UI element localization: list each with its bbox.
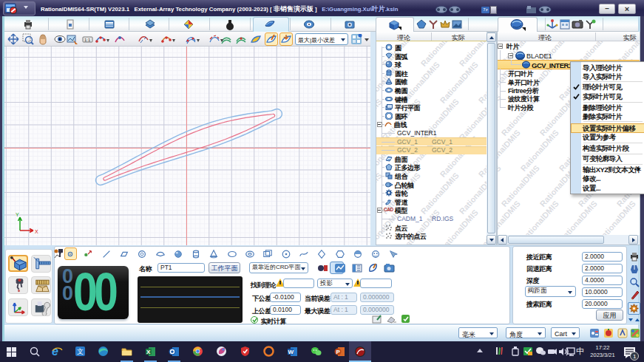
svg-text:W: W [288, 349, 294, 355]
svg-text:e: e [52, 346, 58, 357]
svg-text:X: X [35, 229, 38, 234]
svg-text:1: 1 [633, 353, 637, 360]
svg-text:文: 文 [77, 348, 84, 355]
svg-text:P: P [336, 349, 341, 355]
svg-text:Y: Y [16, 212, 19, 217]
svg-text:1:1: 1:1 [84, 38, 91, 42]
svg-text:X: X [146, 349, 151, 355]
